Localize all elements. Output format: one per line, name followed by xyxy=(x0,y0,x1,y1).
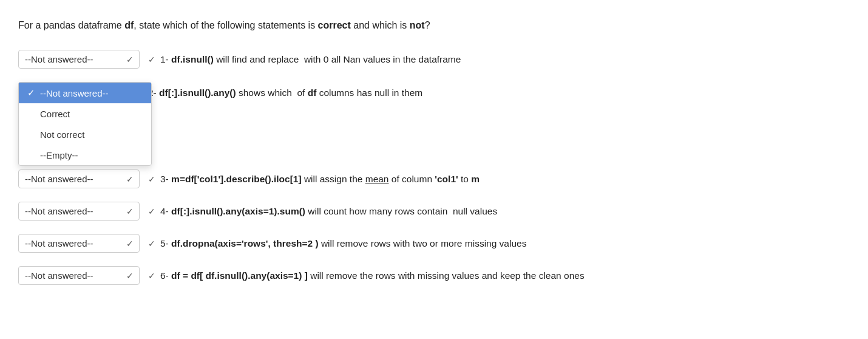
statement-text-3: 3- m=df['col1'].describe().iloc[1] will … xyxy=(160,172,480,186)
chevron-icon-4: ✓ xyxy=(148,207,155,216)
dropdown-item-correct[interactable]: ✓ Correct xyxy=(19,103,151,124)
chevron-icon-5: ✓ xyxy=(148,239,155,248)
chevron-icon-1: ✓ xyxy=(148,55,155,64)
statement-row-2: ✓ ✓ --Not answered-- ✓ Correct ✓ Not cor… xyxy=(18,82,850,103)
dropdown-item-empty[interactable]: ✓ --Empty-- xyxy=(19,145,151,165)
statement-row-1: --Not answered-- Correct Not correct --E… xyxy=(18,50,850,69)
select-4[interactable]: --Not answered-- Correct Not correct --E… xyxy=(18,202,140,221)
chevron-icon-6: ✓ xyxy=(148,271,155,281)
dropdown-2-open[interactable]: ✓ ✓ --Not answered-- ✓ Correct ✓ Not cor… xyxy=(18,82,140,103)
dropdown-3[interactable]: --Not answered-- Correct Not correct --E… xyxy=(18,170,140,188)
statement-row-3: --Not answered-- Correct Not correct --E… xyxy=(18,170,850,188)
select-1[interactable]: --Not answered-- Correct Not correct --E… xyxy=(18,50,140,69)
statement-text-6: 6- df = df[ df.isnull().any(axis=1) ] wi… xyxy=(160,269,585,282)
dropdown-6[interactable]: --Not answered-- Correct Not correct --E… xyxy=(18,266,140,285)
dropdown-list-2: ✓ --Not answered-- ✓ Correct ✓ Not corre… xyxy=(18,82,152,166)
dropdown-item-not-answered[interactable]: ✓ --Not answered-- xyxy=(19,83,151,103)
question-text: For a pandas dataframe df, state which o… xyxy=(18,18,850,33)
dropdown-5[interactable]: --Not answered-- Correct Not correct --E… xyxy=(18,234,140,253)
statement-row-5: --Not answered-- Correct Not correct --E… xyxy=(18,234,850,253)
statement-row-6: --Not answered-- Correct Not correct --E… xyxy=(18,266,850,285)
dropdown-4[interactable]: --Not answered-- Correct Not correct --E… xyxy=(18,202,140,221)
statement-text-5: 5- df.dropna(axis='rows', thresh=2 ) wil… xyxy=(160,236,526,250)
select-5[interactable]: --Not answered-- Correct Not correct --E… xyxy=(18,234,140,253)
statement-text-1: 1- df.isnull() will find and replace wit… xyxy=(160,52,461,66)
statement-row-4: --Not answered-- Correct Not correct --E… xyxy=(18,202,850,221)
statement-text-4: 4- df[:].isnull().any(axis=1).sum() will… xyxy=(160,204,497,218)
check-mark-icon: ✓ xyxy=(27,87,35,98)
dropdown-1[interactable]: --Not answered-- Correct Not correct --E… xyxy=(18,50,140,69)
dropdown-item-not-correct[interactable]: ✓ Not correct xyxy=(19,124,151,145)
select-6[interactable]: --Not answered-- Correct Not correct --E… xyxy=(18,266,140,285)
chevron-icon-3: ✓ xyxy=(148,174,155,184)
statement-text-2: 2- df[:].isnull().any() shows which of d… xyxy=(148,82,422,100)
select-3[interactable]: --Not answered-- Correct Not correct --E… xyxy=(18,170,140,188)
